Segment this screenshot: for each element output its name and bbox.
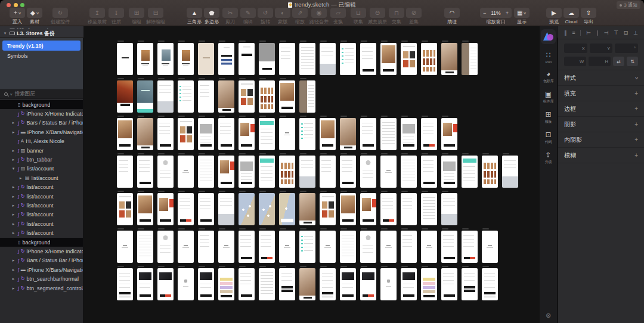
zoom-window-button-face[interactable]: −11%+ (480, 8, 512, 18)
expander-closed-icon[interactable]: ▸ (11, 268, 16, 272)
artboard-form[interactable] (320, 156, 336, 188)
layer-row[interactable]: ▸ʃ↻btn_tabbar (0, 155, 83, 164)
add-icon[interactable]: + (634, 105, 638, 112)
width-field[interactable]: W (564, 57, 586, 66)
page-item[interactable]: Symbols (2, 51, 80, 61)
expander-closed-icon[interactable]: ▸ (11, 203, 16, 208)
align-right-icon[interactable]: ⊣ (604, 30, 609, 36)
align-center-horizontal-icon[interactable]: ∣ (596, 30, 599, 36)
artboard-card[interactable] (340, 268, 356, 300)
artboard-photo[interactable] (117, 118, 133, 150)
layer-row[interactable]: ▸ʃ↻list/account (0, 192, 83, 201)
layer-row[interactable]: ▸ʃ↻btn_segmented_control/... (0, 284, 83, 293)
artboard-form-btn[interactable] (137, 156, 153, 188)
toolbar-cloud-button[interactable]: ☁Cloud (564, 8, 579, 24)
zoom-window-button[interactable] (20, 3, 24, 7)
chevron-down-icon[interactable]: ∨ (634, 76, 639, 80)
artboard-form-btn[interactable] (360, 43, 376, 75)
toolbar-insert-button[interactable]: +∨置入 (10, 8, 25, 24)
layer-row[interactable]: ʃ↻iPhone X/Home Indicato... (0, 109, 83, 118)
inspector-section-阴影[interactable]: 阴影+ (558, 117, 644, 132)
layer-row[interactable]: ▸ʃ▬iPhone X/Bars/Navigatio... (0, 265, 83, 274)
toolbar-view-button[interactable]: ▦∨显示 (514, 8, 530, 24)
artboard-form[interactable] (117, 156, 133, 188)
artboard-red-side[interactable] (239, 118, 255, 150)
artboard-blank[interactable] (320, 231, 336, 263)
artboard-btn2[interactable] (462, 231, 478, 263)
expander-open-icon[interactable]: ▾ (11, 166, 16, 171)
artboard-form[interactable] (401, 231, 417, 263)
artboard-doodle[interactable] (380, 268, 397, 300)
toolbar-triangle-button[interactable]: ▲三角形 (187, 8, 202, 24)
artboard-thumbs[interactable] (482, 156, 498, 188)
artboard-list[interactable] (340, 231, 356, 263)
expander-closed-icon[interactable]: ▸ (11, 231, 16, 235)
insert-button-face[interactable]: +∨ (10, 8, 25, 18)
layer-row[interactable]: ▾ʃ▤list/account (0, 164, 83, 173)
artboard-btn2[interactable] (380, 193, 397, 225)
artboard-form-btn[interactable] (441, 268, 457, 300)
artboard-form[interactable] (401, 193, 417, 225)
assistant-button-face[interactable]: ◠ (444, 8, 460, 18)
artboard-blank[interactable] (380, 231, 397, 263)
distribute-horizontally-icon[interactable]: ∥ (564, 30, 567, 36)
artboard-splash[interactable] (117, 43, 133, 75)
artboard-form[interactable] (279, 43, 295, 75)
artboard-blank[interactable] (117, 231, 133, 263)
artboard-photo-full[interactable] (137, 118, 153, 150)
x-field[interactable]: X (564, 44, 587, 53)
layer-row[interactable]: ▸ʃ▨banner (0, 146, 83, 155)
artboard-list[interactable] (380, 118, 397, 150)
artboard-map[interactable] (239, 193, 255, 225)
artboard-form[interactable] (198, 231, 214, 263)
expander-closed-icon[interactable]: ▸ (11, 212, 16, 217)
toolbar-polygon-button[interactable]: 多边形 (204, 8, 219, 24)
material-button-face[interactable]: ◆∨ (27, 8, 42, 18)
artboard-red-side[interactable] (157, 193, 174, 225)
artboard-form-btn[interactable] (360, 118, 376, 150)
artboard-blank[interactable] (421, 231, 437, 263)
toolbar-export-button[interactable]: ⇧导出 (581, 8, 596, 24)
plugin-code[interactable]: ⊡代码 (544, 131, 552, 145)
artboard-blank[interactable] (482, 231, 498, 263)
layer-row[interactable]: ▯background (0, 238, 83, 247)
artboard-form-btn[interactable] (421, 156, 437, 188)
artboard-form-btn[interactable] (441, 231, 457, 263)
artboard-list[interactable] (137, 231, 153, 263)
artboard-list-teal[interactable] (340, 43, 356, 75)
artboard-list[interactable] (198, 156, 214, 188)
artboard-card2[interactable] (157, 268, 174, 300)
artboard-btn2[interactable] (421, 118, 437, 150)
artboard-photo[interactable] (279, 80, 295, 113)
triangle-button-face[interactable]: ▲ (187, 8, 202, 18)
artboard-rows-black[interactable] (462, 268, 478, 300)
expander-closed-icon[interactable]: ▸ (11, 157, 16, 162)
artboard-photo[interactable] (380, 43, 397, 75)
expander-closed-icon[interactable]: ▸ (11, 148, 16, 153)
add-icon[interactable]: + (634, 121, 638, 128)
artboard-list[interactable] (421, 193, 437, 225)
artboard-photo[interactable] (137, 193, 153, 225)
artboard-profile[interactable] (360, 156, 376, 188)
artboard-form-btn[interactable] (239, 268, 255, 300)
artboard-cream[interactable] (198, 43, 214, 75)
zoom-in-icon[interactable]: + (506, 10, 509, 16)
artboard-hero-teal[interactable] (137, 80, 153, 113)
artboard-pay[interactable] (320, 268, 336, 300)
artboard-card[interactable] (198, 268, 214, 300)
layer-row[interactable]: ▯background (0, 100, 83, 109)
artboard-list[interactable] (299, 43, 315, 75)
artboard-photo[interactable] (340, 193, 356, 225)
artboard-photo[interactable] (320, 118, 336, 150)
artboard-grid2[interactable] (239, 80, 255, 113)
plugin-template[interactable]: ⊞模板 (544, 111, 552, 125)
artboard-teal-head[interactable] (259, 118, 275, 150)
artboard-onb2[interactable] (157, 43, 174, 75)
height-field[interactable]: H (589, 57, 611, 66)
toolbar-assistant-button[interactable]: ◠助理 (444, 8, 460, 24)
artboard-filter[interactable] (462, 43, 478, 75)
layer-search[interactable]: ∨ 搜索图层 (0, 89, 83, 99)
zoom-out-icon[interactable]: − (483, 10, 486, 16)
artboard-blank[interactable] (178, 156, 194, 188)
expander-closed-icon[interactable]: ▸ (11, 222, 16, 226)
